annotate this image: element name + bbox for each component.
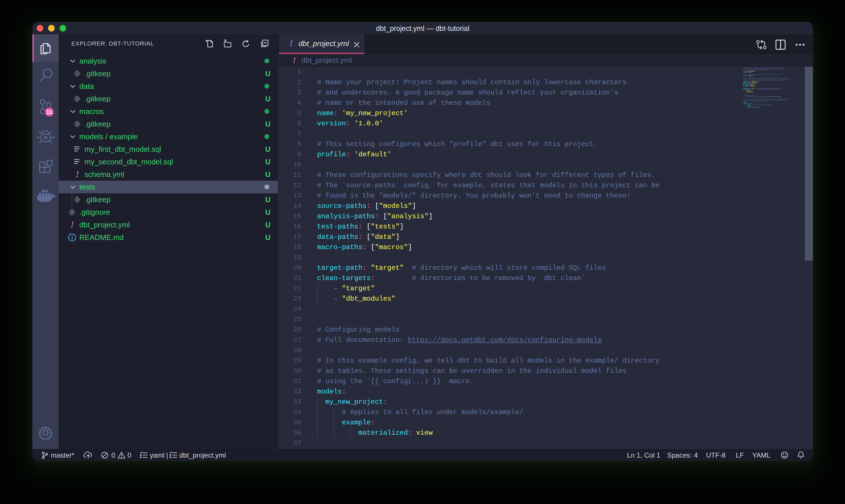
svg-text:11: 11: [46, 109, 52, 115]
